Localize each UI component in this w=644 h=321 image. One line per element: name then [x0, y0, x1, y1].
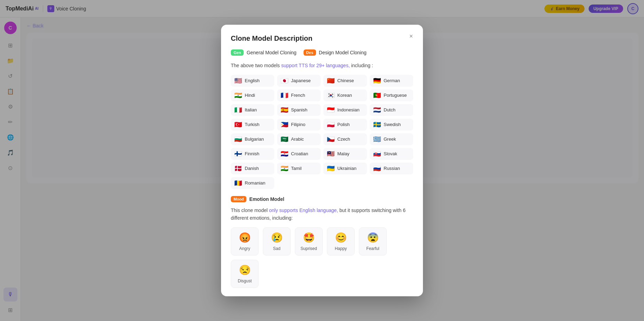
lang-name-greek: Greek [384, 136, 396, 142]
emotion-description: This clone model only supports English l… [231, 206, 413, 222]
emotion-emoji-suprised: 🤩 [303, 232, 315, 243]
lang-name-croatian: Croatian [291, 151, 308, 156]
flag-indonesian: 🇮🇩 [327, 107, 335, 113]
emotion-emoji-angry: 😡 [239, 232, 251, 243]
lang-name-dutch: Dutch [384, 107, 395, 112]
general-model-label: General Model Cloning [246, 50, 296, 55]
language-item-filipino: 🇵🇭Filipino [277, 119, 321, 131]
flag-bulgarian: 🇧🇬 [234, 136, 242, 142]
emotion-grid: 😡Angry😢Sad🤩Suprised😊Happy😨Fearful😒Disgus… [231, 227, 413, 288]
emotion-item-fearful: 😨Fearful [359, 227, 387, 256]
language-item-hindi: 🇮🇳Hindi [231, 89, 274, 101]
lang-name-finnish: Finnish [245, 151, 259, 156]
flag-arabic: 🇸🇦 [281, 136, 288, 142]
lang-name-german: German [384, 78, 400, 83]
lang-name-romanian: Romanian [245, 180, 265, 186]
design-model-badge: Des Design Model Cloning [304, 49, 367, 56]
language-item-finnish: 🇫🇮Finnish [231, 148, 274, 160]
flag-dutch: 🇳🇱 [373, 107, 381, 113]
lang-name-bulgarian: Bulgarian [245, 136, 264, 142]
flag-croatian: 🇭🇷 [281, 151, 288, 157]
flag-malay: 🇲🇾 [327, 151, 335, 157]
emotion-model-section-label: Mood Emotion Model [231, 196, 413, 202]
flag-portuguese: 🇵🇹 [373, 92, 381, 99]
language-item-danish: 🇩🇰Danish [231, 163, 274, 174]
lang-name-portuguese: Portuguese [384, 93, 407, 98]
flag-french: 🇫🇷 [281, 92, 288, 99]
language-item-malay: 🇲🇾Malay [323, 148, 367, 160]
lang-name-japanese: Japanese [291, 78, 311, 83]
language-item-croatian: 🇭🇷Croatian [277, 148, 321, 160]
modal-overlay[interactable]: Clone Model Description × Gen General Mo… [0, 0, 644, 321]
flag-filipino: 🇵🇭 [281, 122, 288, 128]
desc-text-pre: The above two models [231, 63, 281, 68]
lang-name-tamil: Tamil [291, 166, 301, 171]
language-item-spanish: 🇪🇸Spanish [277, 104, 321, 116]
emotion-item-happy: 😊Happy [327, 227, 355, 256]
emotion-emoji-sad: 😢 [271, 232, 283, 243]
emotion-item-disgust: 😒Disgust [231, 260, 259, 288]
language-item-swedish: 🇸🇪Swedish [370, 119, 413, 131]
language-item-korean: 🇰🇷Korean [323, 89, 367, 101]
language-item-german: 🇩🇪German [370, 75, 413, 87]
flag-chinese: 🇨🇳 [327, 78, 335, 84]
clone-model-description-modal: Clone Model Description × Gen General Mo… [221, 25, 423, 297]
emotion-emoji-happy: 😊 [335, 232, 347, 243]
lang-name-malay: Malay [337, 151, 350, 156]
emotion-item-suprised: 🤩Suprised [295, 227, 323, 256]
language-item-russian: 🇷🇺Russian [370, 163, 413, 174]
lang-name-english: English [245, 78, 260, 83]
flag-polish: 🇵🇱 [327, 122, 335, 128]
language-item-romanian: 🇷🇴Romanian [231, 177, 274, 189]
flag-swedish: 🇸🇪 [373, 122, 381, 128]
language-item-ukrainian: 🇺🇦Ukrainian [323, 163, 367, 174]
modal-close-button[interactable]: × [406, 32, 416, 41]
emotion-label-happy: Happy [335, 246, 347, 251]
lang-name-chinese: Chinese [337, 78, 354, 83]
language-item-arabic: 🇸🇦Arabic [277, 133, 321, 145]
language-item-japanese: 🇯🇵Japanese [277, 75, 321, 87]
design-model-label: Design Model Cloning [319, 50, 367, 55]
flag-spanish: 🇪🇸 [281, 107, 288, 113]
des-badge-tag: Des [304, 49, 316, 56]
lang-name-slovak: Slovak [384, 151, 397, 156]
emotion-desc-pre: This clone model [231, 208, 269, 213]
flag-greek: 🇬🇷 [373, 136, 381, 142]
language-item-greek: 🇬🇷Greek [370, 133, 413, 145]
language-item-italian: 🇮🇹Italian [231, 104, 274, 116]
desc-link[interactable]: support TTS for 29+ languages, [281, 63, 350, 68]
flag-romanian: 🇷🇴 [234, 180, 242, 186]
language-item-indonesian: 🇮🇩Indonesian [323, 104, 367, 116]
emotion-link[interactable]: only supports English language, [269, 208, 338, 213]
flag-czech: 🇨🇿 [327, 136, 335, 142]
flag-korean: 🇰🇷 [327, 92, 335, 99]
lang-name-indonesian: Indonesian [337, 107, 360, 112]
flag-tamil: 🇮🇳 [281, 165, 288, 172]
emotion-emoji-disgust: 😒 [239, 264, 251, 276]
flag-hindi: 🇮🇳 [234, 92, 242, 99]
emotion-label-suprised: Suprised [300, 246, 317, 251]
lang-name-danish: Danish [245, 166, 259, 171]
language-item-slovak: 🇸🇰Slovak [370, 148, 413, 160]
emotion-item-sad: 😢Sad [263, 227, 291, 256]
emotion-model-label: Emotion Model [249, 196, 284, 202]
language-item-portuguese: 🇵🇹Portuguese [370, 89, 413, 101]
emotion-label-disgust: Disgust [238, 279, 252, 283]
lang-name-czech: Czech [337, 136, 350, 142]
language-item-turkish: 🇹🇷Turkish [231, 119, 274, 131]
lang-name-ukrainian: Ukrainian [337, 166, 356, 171]
flag-finnish: 🇫🇮 [234, 151, 242, 157]
modal-title: Clone Model Description [231, 34, 413, 42]
mood-badge-tag: Mood [231, 196, 246, 202]
flag-danish: 🇩🇰 [234, 165, 242, 172]
language-item-chinese: 🇨🇳Chinese [323, 75, 367, 87]
language-item-polish: 🇵🇱Polish [323, 119, 367, 131]
lang-name-hindi: Hindi [245, 93, 255, 98]
language-item-english: 🇺🇸English [231, 75, 274, 87]
emotion-label-sad: Sad [273, 246, 280, 251]
language-description: The above two models support TTS for 29+… [231, 62, 413, 69]
lang-name-arabic: Arabic [291, 136, 304, 142]
flag-german: 🇩🇪 [373, 78, 381, 84]
lang-name-spanish: Spanish [291, 107, 307, 112]
language-item-dutch: 🇳🇱Dutch [370, 104, 413, 116]
